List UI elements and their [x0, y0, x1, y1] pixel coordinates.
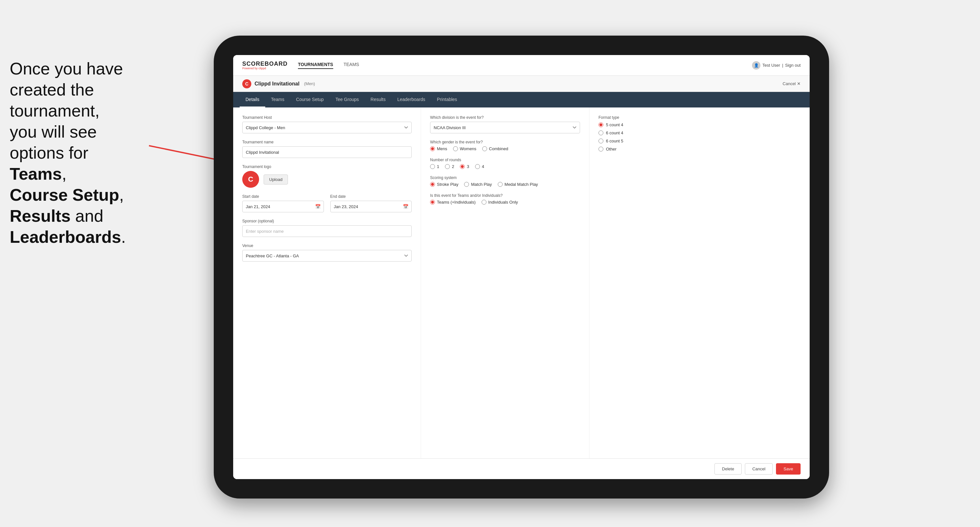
scoring-group: Scoring system Stroke Play Match Play: [430, 175, 580, 187]
user-avatar-icon: 👤: [752, 61, 760, 70]
rounds-label: Number of rounds: [430, 158, 580, 162]
left-text-leaderboards: Leaderboards: [10, 227, 121, 246]
format-other-radio[interactable]: [598, 147, 603, 151]
left-text-line5: options for: [10, 143, 88, 162]
end-date-calendar-icon: 📅: [403, 204, 408, 209]
format-6count5-radio[interactable]: [598, 138, 603, 143]
tournament-name-input[interactable]: [242, 146, 412, 158]
rounds-4-option[interactable]: 4: [475, 164, 484, 169]
tab-tee-groups[interactable]: Tee Groups: [330, 92, 365, 108]
tab-course-setup[interactable]: Course Setup: [290, 92, 330, 108]
tournament-name-label: Tournament name: [242, 140, 412, 144]
division-select[interactable]: NCAA Division III: [430, 122, 580, 133]
tournament-host-select[interactable]: Clippd College - Men: [242, 122, 412, 133]
rounds-1-radio[interactable]: [430, 164, 435, 169]
delete-button[interactable]: Delete: [714, 463, 741, 475]
nav-teams[interactable]: TEAMS: [344, 62, 359, 69]
start-date-input[interactable]: [242, 201, 324, 212]
rounds-2-radio[interactable]: [445, 164, 450, 169]
sponsor-group: Sponsor (optional): [242, 219, 412, 237]
scoring-radio-group: Stroke Play Match Play Medal Match Play: [430, 182, 580, 187]
rounds-2-option[interactable]: 2: [445, 164, 454, 169]
format-6count5-option[interactable]: 6 count 5: [598, 138, 800, 143]
cancel-button[interactable]: Cancel: [745, 463, 773, 475]
upload-button[interactable]: Upload: [264, 175, 288, 184]
left-text-course-setup: Course Setup: [10, 186, 119, 204]
scoring-match-option[interactable]: Match Play: [464, 182, 492, 187]
tournament-type: (Men): [304, 81, 315, 86]
tournament-name-group: Tournament name: [242, 140, 412, 158]
tab-leaderboards[interactable]: Leaderboards: [391, 92, 431, 108]
left-text-line2: created the: [10, 80, 94, 99]
tab-bar: Details Teams Course Setup Tee Groups Re…: [233, 92, 810, 108]
gender-label: Which gender is the event for?: [430, 140, 580, 144]
venue-select[interactable]: Peachtree GC - Atlanta - GA: [242, 250, 412, 262]
user-separator: |: [782, 63, 783, 68]
top-navigation: SCOREBOARD Powered by clippd TOURNAMENTS…: [233, 55, 810, 76]
scoring-stroke-radio[interactable]: [430, 182, 435, 187]
tab-teams[interactable]: Teams: [265, 92, 290, 108]
scoring-medal-match-radio[interactable]: [498, 182, 503, 187]
rounds-group: Number of rounds 1 2 3: [430, 158, 580, 169]
left-text-and: and: [71, 206, 103, 225]
scoring-medal-match-option[interactable]: Medal Match Play: [498, 182, 538, 187]
format-5count4-label: 5 count 4: [606, 122, 624, 127]
left-description: Once you have created the tournament, yo…: [0, 52, 181, 254]
tab-printables[interactable]: Printables: [431, 92, 463, 108]
nav-tournaments[interactable]: TOURNAMENTS: [298, 62, 333, 69]
sponsor-input[interactable]: [242, 225, 412, 237]
end-date-wrap: 📅: [330, 201, 412, 212]
logo-area: SCOREBOARD Powered by clippd: [242, 60, 288, 70]
scoring-match-radio[interactable]: [464, 182, 469, 187]
teams-radio-group: Teams (+Individuals) Individuals Only: [430, 200, 580, 205]
start-date-wrap: 📅: [242, 201, 324, 212]
individuals-only-option[interactable]: Individuals Only: [482, 200, 518, 205]
save-button[interactable]: Save: [776, 463, 800, 475]
tournament-host-group: Tournament Host Clippd College - Men: [242, 115, 412, 133]
tournament-logo-group: Tournament logo C Upload: [242, 164, 412, 188]
teams-plus-individuals-option[interactable]: Teams (+Individuals): [430, 200, 476, 205]
tab-results[interactable]: Results: [365, 92, 391, 108]
left-text-period: .: [121, 227, 126, 246]
gender-combined-option[interactable]: Combined: [482, 146, 508, 151]
tournament-host-label: Tournament Host: [242, 115, 412, 120]
format-6count4-radio[interactable]: [598, 130, 603, 135]
tablet-screen: SCOREBOARD Powered by clippd TOURNAMENTS…: [233, 55, 810, 479]
end-date-group: End date 📅: [330, 194, 412, 212]
gender-mens-option[interactable]: Mens: [430, 146, 447, 151]
format-5count4-radio[interactable]: [598, 122, 603, 127]
end-date-input[interactable]: [330, 201, 412, 212]
rounds-1-option[interactable]: 1: [430, 164, 439, 169]
format-6count4-label: 6 count 4: [606, 130, 624, 135]
form-footer: Delete Cancel Save: [233, 459, 810, 479]
format-5count4-option[interactable]: 5 count 4: [598, 122, 800, 127]
format-6count4-option[interactable]: 6 count 4: [598, 130, 800, 135]
format-other-option[interactable]: Other: [598, 147, 800, 151]
start-date-label: Start date: [242, 194, 324, 199]
left-text-comma2: ,: [119, 186, 124, 204]
format-6count5-label: 6 count 5: [606, 138, 624, 143]
sign-out-link[interactable]: Sign out: [785, 63, 800, 68]
scoring-stroke-option[interactable]: Stroke Play: [430, 182, 458, 187]
gender-mens-radio[interactable]: [430, 146, 435, 151]
rounds-3-option[interactable]: 3: [460, 164, 469, 169]
tournament-title-area: C Clippd Invitational (Men): [242, 79, 315, 88]
form-middle-column: Which division is the event for? NCAA Di…: [421, 108, 589, 459]
gender-combined-radio[interactable]: [482, 146, 487, 151]
tab-details[interactable]: Details: [240, 92, 265, 108]
gender-womens-radio[interactable]: [453, 146, 458, 151]
left-text-results: Results: [10, 206, 71, 225]
sponsor-label: Sponsor (optional): [242, 219, 412, 223]
logo-upload-area: C Upload: [242, 171, 412, 188]
left-text-line3: tournament,: [10, 101, 100, 120]
start-date-calendar-icon: 📅: [315, 204, 321, 209]
teams-plus-individuals-radio[interactable]: [430, 200, 435, 205]
individuals-only-radio[interactable]: [482, 200, 487, 205]
tournament-icon: C: [242, 79, 251, 88]
rounds-3-radio[interactable]: [460, 164, 465, 169]
tablet-device: SCOREBOARD Powered by clippd TOURNAMENTS…: [214, 36, 829, 498]
logo-sub: Powered by clippd: [242, 67, 288, 70]
cancel-top-button[interactable]: Cancel ✕: [783, 81, 800, 86]
gender-womens-option[interactable]: Womens: [453, 146, 476, 151]
rounds-4-radio[interactable]: [475, 164, 480, 169]
